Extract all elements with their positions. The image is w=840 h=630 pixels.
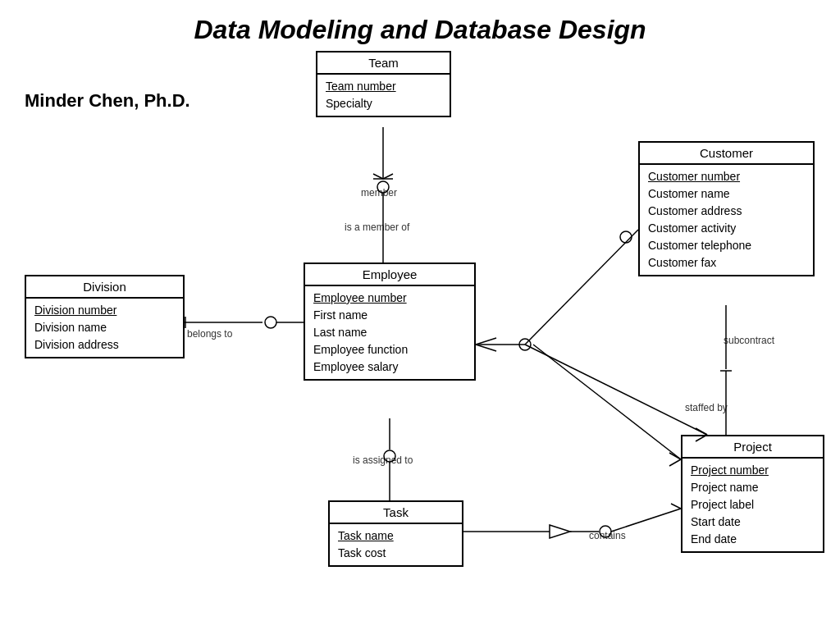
division-attr-address: Division address <box>34 336 175 354</box>
task-header: Task <box>330 502 462 524</box>
svg-line-23 <box>669 459 681 466</box>
svg-line-11 <box>525 230 638 345</box>
task-attrs: Task name Task cost <box>330 524 462 565</box>
entity-division: Division Division number Division name D… <box>25 275 185 358</box>
task-attr-cost: Task cost <box>338 545 454 562</box>
team-attr-specialty: Specialty <box>326 95 441 112</box>
svg-line-12 <box>476 338 496 345</box>
svg-line-32 <box>611 509 681 532</box>
customer-attr-fax: Customer fax <box>648 254 805 272</box>
entity-team: Team Team number Specialty <box>316 51 451 117</box>
label-is-assigned-to: is assigned to <box>353 454 413 466</box>
author: Minder Chen, Ph.D. <box>25 90 190 112</box>
team-header: Team <box>317 52 450 75</box>
svg-line-2 <box>373 174 383 179</box>
svg-point-14 <box>620 231 632 243</box>
entity-task: Task Task name Task cost <box>328 500 463 567</box>
label-staffed-by: staffed by <box>685 402 728 413</box>
entity-employee: Employee Employee number First name Last… <box>304 262 476 381</box>
employee-attr-firstname: First name <box>313 307 466 324</box>
project-attrs: Project number Project name Project labe… <box>682 459 823 551</box>
svg-point-24 <box>519 339 531 350</box>
employee-attr-salary: Employee salary <box>313 358 466 376</box>
customer-attr-telephone: Customer telephone <box>648 237 805 254</box>
employee-header: Employee <box>305 264 474 286</box>
project-attr-label: Project label <box>691 496 815 514</box>
svg-line-33 <box>671 504 681 509</box>
employee-attr-lastname: Last name <box>313 324 466 341</box>
svg-marker-29 <box>550 525 570 538</box>
svg-point-8 <box>265 317 276 328</box>
svg-line-21 <box>533 345 681 459</box>
project-attr-name: Project name <box>691 479 815 496</box>
svg-line-26 <box>696 428 707 435</box>
task-pk: Task name <box>338 527 454 545</box>
employee-attr-function: Employee function <box>313 341 466 358</box>
customer-attr-name: Customer name <box>648 185 805 203</box>
division-attrs: Division number Division name Division a… <box>26 299 183 357</box>
customer-header: Customer <box>640 143 813 165</box>
project-header: Project <box>682 436 823 459</box>
label-subcontract: subcontract <box>724 335 774 346</box>
label-belongs-to: belongs to <box>187 328 232 340</box>
project-pk: Project number <box>691 462 815 479</box>
entity-customer: Customer Customer number Customer name C… <box>638 141 815 276</box>
team-attrs: Team number Specialty <box>317 75 450 116</box>
svg-line-3 <box>383 174 393 179</box>
svg-line-22 <box>669 453 681 459</box>
label-member: member <box>361 187 397 199</box>
project-attr-startdate: Start date <box>691 514 815 531</box>
division-header: Division <box>26 276 183 299</box>
entity-project: Project Project number Project name Proj… <box>681 435 824 553</box>
project-attr-enddate: End date <box>691 531 815 548</box>
label-contains: contains <box>589 530 626 541</box>
team-pk: Team number <box>326 78 441 95</box>
customer-pk: Customer number <box>648 168 805 185</box>
svg-line-25 <box>525 345 707 435</box>
division-pk: Division number <box>34 302 175 319</box>
label-is-a-member-of: is a member of <box>345 221 409 233</box>
svg-line-13 <box>476 345 496 351</box>
employee-attrs: Employee number First name Last name Emp… <box>305 286 474 379</box>
customer-attr-address: Customer address <box>648 203 805 220</box>
customer-attrs: Customer number Customer name Customer a… <box>640 165 813 275</box>
division-attr-name: Division name <box>34 319 175 336</box>
employee-pk: Employee number <box>313 290 466 307</box>
page-title: Data Modeling and Database Design <box>0 0 840 52</box>
customer-attr-activity: Customer activity <box>648 220 805 237</box>
